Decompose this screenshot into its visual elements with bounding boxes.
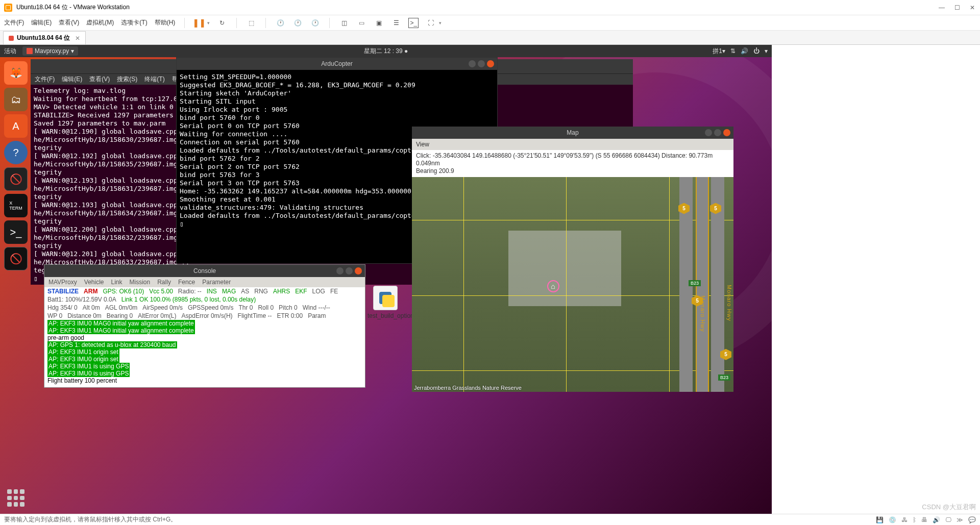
console-status-row2: Batt1: 100%/12.59V 0.0A Link 1 OK 100.0%… — [44, 295, 365, 304]
term-menu-edit[interactable]: 编辑(E) — [62, 75, 82, 84]
snapshot-icon[interactable]: ⬚ — [246, 18, 256, 28]
maximize-icon[interactable]: ☐ — [953, 4, 961, 11]
dock-terminal2[interactable]: >_ — [4, 220, 28, 244]
revert-icon[interactable]: 🕐 — [275, 18, 285, 28]
cmenu-parameter[interactable]: Parameter — [202, 279, 231, 286]
map-menubar: View — [412, 139, 733, 150]
minimize-icon[interactable] — [336, 267, 344, 274]
dock-show-apps[interactable] — [4, 486, 28, 510]
dock-files[interactable]: 🗂 — [4, 88, 28, 111]
dock-xterm[interactable]: XTERM — [4, 194, 28, 217]
route-badge: B23 — [689, 280, 701, 286]
view1-icon[interactable]: ◫ — [339, 18, 349, 28]
menu-file[interactable]: 文件(F) — [4, 18, 24, 27]
map-click-info: Click: -35.36403084 149.16488680 (-35°21… — [416, 152, 729, 167]
tray-cd-icon[interactable]: 💿 — [889, 516, 896, 523]
view2-icon[interactable]: ▭ — [356, 18, 366, 28]
term-menu-terminal[interactable]: 终端(T) — [144, 75, 164, 84]
tray-msg-icon[interactable]: 💬 — [968, 516, 976, 523]
cmenu-mission[interactable]: Mission — [130, 279, 151, 286]
view4-icon[interactable]: ☰ — [391, 18, 401, 28]
chevron-down-icon[interactable]: ▾ — [765, 47, 768, 55]
close-icon[interactable] — [355, 267, 362, 274]
dock-help[interactable]: ? — [4, 141, 28, 164]
snap-take-icon[interactable]: 🕐 — [310, 18, 320, 28]
tray-net-icon[interactable]: 🖧 — [901, 516, 908, 523]
mode-label: STABILIZE — [47, 288, 79, 295]
cmenu-rally[interactable]: Rally — [157, 279, 171, 286]
map-attribution: Jerrabomberra Grasslands Nature Reserve — [414, 385, 522, 391]
console-icon[interactable]: >_ — [408, 18, 419, 28]
dock-terminal3[interactable]: 🚫 — [4, 247, 28, 270]
menu-help[interactable]: 帮助(H) — [155, 18, 176, 27]
gnome-ime[interactable]: 拼1▾ — [713, 47, 725, 56]
console-status-row3: Hdg 354/ 0 Alt 0m AGL 0m/0m AirSpeed 0m/… — [44, 304, 365, 312]
cmenu-vehicle[interactable]: Vehicle — [84, 279, 104, 286]
term-menu-file[interactable]: 文件(F) — [35, 75, 55, 84]
status-text: 要将输入定向到该虚拟机，请将鼠标指针移入其中或按 Ctrl+G。 — [4, 515, 177, 524]
tray-more-icon[interactable]: ≫ — [957, 516, 963, 523]
dock-firefox[interactable]: 🦊 — [4, 61, 28, 85]
fullscreen-icon[interactable]: ⛶ — [426, 18, 436, 28]
tray-display-icon[interactable]: 🖵 — [945, 516, 951, 523]
minimize-icon[interactable] — [469, 60, 476, 67]
gps-label: GPS: OK6 (10) — [103, 288, 144, 295]
menu-view[interactable]: 查看(V) — [59, 18, 79, 27]
gnome-clock[interactable]: 星期二 12 : 39 ● — [364, 47, 408, 56]
map-bearing-info: Bearing 200.9 — [416, 167, 729, 175]
dock-software[interactable]: A — [4, 114, 28, 138]
road-label: Monaro Hwy — [726, 285, 732, 321]
menu-vm[interactable]: 虚拟机(M) — [86, 18, 114, 27]
volume-icon[interactable]: 🔊 — [741, 47, 748, 55]
tab-close-icon[interactable]: ✕ — [75, 35, 80, 42]
snap-mgr-icon[interactable]: 🕐 — [292, 18, 303, 28]
maximize-icon[interactable] — [346, 267, 353, 274]
dock-terminal1[interactable]: 🚫 — [4, 167, 28, 191]
as-label: AS — [241, 288, 249, 295]
map-infobar: Click: -35.36403084 149.16488680 (-35°21… — [412, 150, 733, 177]
chevron-down-icon: ▾ — [71, 47, 74, 55]
map-titlebar[interactable]: Map — [412, 127, 733, 139]
maximize-icon[interactable] — [478, 60, 485, 67]
radio-label: Radio: -- — [178, 288, 202, 295]
mavproxy-console-window[interactable]: Console MAVProxy Vehicle Link Mission Ra… — [44, 264, 365, 388]
close-icon[interactable] — [723, 129, 730, 136]
vm-tab-ubuntu[interactable]: Ubuntu18.04 64 位 ✕ — [3, 31, 86, 44]
tray-usb-icon[interactable]: ᛒ — [913, 516, 916, 523]
rng-label: RNG — [254, 288, 268, 295]
tray-disk-icon[interactable]: 💾 — [876, 516, 884, 523]
close-icon[interactable] — [487, 60, 494, 67]
cmenu-fence[interactable]: Fence — [178, 279, 195, 286]
menu-edit[interactable]: 编辑(E) — [31, 18, 52, 27]
map-canvas[interactable]: Monaro Hwy Monaro Hwy 5 5 5 5 B23 B23 Je… — [412, 177, 733, 392]
network-icon[interactable]: ⇅ — [730, 47, 736, 55]
minimize-icon[interactable] — [705, 129, 712, 136]
map-window[interactable]: Map View Click: -35.36403084 149.1648868… — [412, 127, 733, 392]
tray-printer-icon[interactable]: 🖶 — [921, 516, 927, 523]
fence-label: FE — [330, 288, 338, 295]
console-titlebar[interactable]: Console — [44, 265, 365, 277]
power-icon[interactable]: ↻ — [217, 18, 227, 28]
term-menu-search[interactable]: 搜索(S) — [117, 75, 137, 84]
term-menu-view[interactable]: 查看(V) — [89, 75, 110, 84]
cmenu-mavproxy[interactable]: MAVProxy — [48, 279, 77, 286]
view3-icon[interactable]: ▣ — [374, 18, 384, 28]
watermark: CSDN @大豆君啊 — [922, 503, 976, 512]
cmenu-link[interactable]: Link — [111, 279, 122, 286]
desktop-file[interactable]: test_build_options.py — [368, 286, 403, 319]
power-icon[interactable]: ⏻ — [753, 47, 760, 55]
map-menu-view[interactable]: View — [416, 141, 429, 148]
gnome-activities[interactable]: 活动 — [4, 47, 16, 56]
console-message: AP: GPS 1: detected as u-blox at 230400 … — [47, 341, 362, 348]
minimize-icon[interactable]: — — [938, 4, 945, 11]
menu-tabs[interactable]: 选项卡(T) — [121, 18, 147, 27]
gnome-app-indicator[interactable]: Mavproxy.py ▾ — [22, 46, 78, 56]
arducopter-titlebar[interactable]: ArduCopter — [177, 58, 497, 70]
maximize-icon[interactable] — [714, 129, 721, 136]
close-icon[interactable]: ✕ — [969, 4, 976, 11]
vm-running-icon — [9, 36, 14, 41]
vmware-menubar: 文件(F) 编辑(E) 查看(V) 虚拟机(M) 选项卡(T) 帮助(H) ❚❚… — [0, 15, 980, 31]
tray-sound-icon[interactable]: 🔊 — [933, 516, 940, 523]
link-label: Link 1 OK 100.0% (8985 pkts, 0 lost, 0.0… — [121, 296, 256, 303]
pause-icon[interactable]: ❚❚ — [194, 18, 204, 28]
